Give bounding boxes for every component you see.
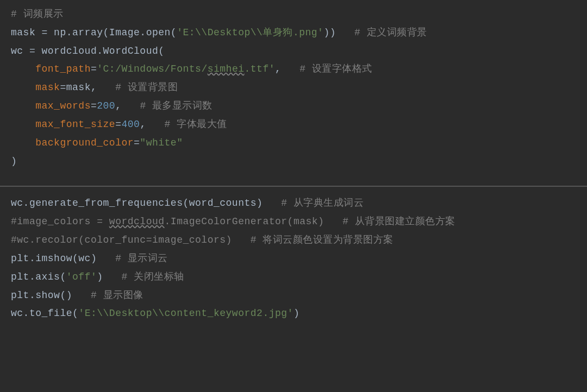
code-line: wc.generate_from_frequencies(word_counts… xyxy=(11,194,576,213)
indent xyxy=(11,119,35,130)
comment: # 关闭坐标轴 xyxy=(121,271,184,282)
string-literal: .ttf' xyxy=(245,64,276,74)
string-literal: 'E:\\Desktop\\content_keyword2.jpg' xyxy=(78,308,294,319)
code-line: font_path='C:/Windows/Fonts/simhei.ttf',… xyxy=(11,60,576,79)
code-line: wc = wordcloud.WordCloud( xyxy=(11,42,576,61)
comment: # 定义词频背景 xyxy=(354,27,427,38)
code-editor[interactable]: wc.generate_from_frequencies(word_counts… xyxy=(0,194,587,334)
indent xyxy=(11,64,35,74)
code-text: wc = wordcloud.WordCloud( xyxy=(11,46,165,56)
code-text: = xyxy=(115,119,121,130)
comment: # 从字典生成词云 xyxy=(281,198,364,208)
comment: # 显示图像 xyxy=(91,290,143,301)
named-param: max_font_size xyxy=(35,119,115,130)
comment: .ImageColorGenerator(mask) # 从背景图建立颜色方案 xyxy=(165,216,455,227)
code-text: ) xyxy=(97,271,121,282)
comment: # 设置字体格式 xyxy=(299,64,372,74)
code-line: max_words=200, # 最多显示词数 xyxy=(11,97,576,116)
number-literal: 200 xyxy=(97,100,115,111)
code-editor[interactable]: # 词频展示 mask = np.array(Image.open('E:\\D… xyxy=(0,0,587,181)
code-text: wc.to_file( xyxy=(11,308,78,319)
code-text: = xyxy=(91,100,97,111)
code-line: max_font_size=400, # 字体最大值 xyxy=(11,116,576,134)
indent xyxy=(11,137,35,148)
comment: # 最多显示词数 xyxy=(140,100,213,111)
code-text: , xyxy=(275,64,299,74)
code-line: plt.axis('off') # 关闭坐标轴 xyxy=(11,268,576,287)
number-literal: 400 xyxy=(121,119,140,130)
code-text: = xyxy=(134,137,140,148)
named-param: font_path xyxy=(35,64,91,74)
named-param: max_words xyxy=(35,100,91,111)
code-line: mask = np.array(Image.open('E:\\Desktop\… xyxy=(11,24,576,42)
code-text: wc.generate_from_frequencies(word_counts… xyxy=(11,198,281,208)
code-line: plt.show() # 显示图像 xyxy=(11,287,576,305)
code-text: mask = np.array(Image.open( xyxy=(11,27,177,38)
code-text: plt.imshow(wc) xyxy=(11,253,115,264)
comment-wavy: wordcloud xyxy=(109,216,165,227)
section-divider xyxy=(0,186,587,187)
code-text: , xyxy=(140,119,164,130)
code-text: ) xyxy=(11,156,17,167)
string-literal-wavy: simhei xyxy=(208,64,245,74)
code-text: =mask, xyxy=(60,82,115,93)
comment: #wc.recolor(color_func=image_colors) # 将… xyxy=(11,235,394,245)
string-literal: "white" xyxy=(140,137,183,148)
code-text: = xyxy=(91,64,97,74)
code-line: mask=mask, # 设置背景图 xyxy=(11,79,576,97)
code-text: ) xyxy=(294,308,299,319)
string-literal: 'C:/Windows/Fonts/ xyxy=(97,64,207,74)
comment: # 显示词云 xyxy=(115,253,168,264)
named-param: mask xyxy=(35,82,60,93)
code-line: background_color="white" xyxy=(11,134,576,153)
code-line: #image_colors = wordcloud.ImageColorGene… xyxy=(11,213,576,231)
indent xyxy=(11,82,35,93)
code-text: , xyxy=(115,100,140,111)
comment: # 设置背景图 xyxy=(115,82,178,93)
code-line: #wc.recolor(color_func=image_colors) # 将… xyxy=(11,231,576,250)
code-text: plt.axis( xyxy=(11,271,66,282)
comment: # 字体最大值 xyxy=(165,119,227,130)
code-text: )) xyxy=(323,27,354,38)
comment: #image_colors = xyxy=(11,216,109,227)
string-literal: 'off' xyxy=(66,271,97,282)
named-param: background_color xyxy=(35,137,134,148)
code-line: plt.imshow(wc) # 显示词云 xyxy=(11,250,576,268)
code-line: wc.to_file('E:\\Desktop\\content_keyword… xyxy=(11,305,576,323)
comment: # 词频展示 xyxy=(11,9,64,20)
string-literal: 'E:\\Desktop\\单身狗.png' xyxy=(177,27,323,38)
code-line: # 词频展示 xyxy=(11,5,576,24)
code-text: plt.show() xyxy=(11,290,91,301)
indent xyxy=(11,100,35,111)
code-line: ) xyxy=(11,153,576,171)
